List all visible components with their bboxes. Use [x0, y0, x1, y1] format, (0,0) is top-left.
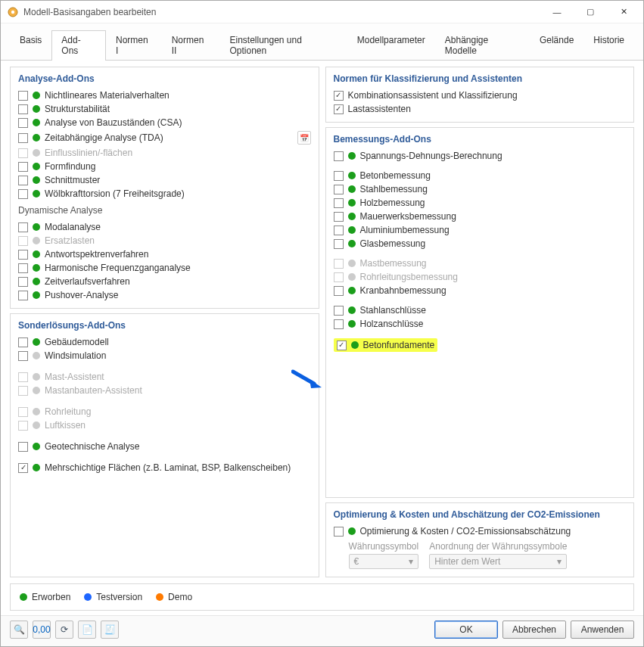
row-crane-design: Kranbahnbemessung	[334, 284, 627, 297]
checkbox[interactable]	[334, 527, 344, 537]
row-combination-assistant: Kombinationsassistent und Klassifizierun…	[334, 89, 627, 102]
chevron-down-icon: ▾	[409, 556, 413, 567]
checkbox	[18, 148, 28, 158]
row-multilayer-surfaces: Mehrschichtige Flächen (z.B. Laminat, BS…	[18, 461, 311, 474]
label: Mastbemessung	[360, 258, 427, 269]
label: Kombinationsassistent und Klassifizierun…	[348, 90, 518, 101]
close-button[interactable]: ✕	[607, 2, 640, 23]
row-air-cushion: Luftkissen	[18, 418, 311, 432]
label: Mast-Assistent	[45, 372, 104, 382]
units-icon[interactable]: 0,00	[33, 621, 51, 639]
checkbox[interactable]	[18, 118, 28, 128]
checkbox[interactable]	[334, 185, 344, 194]
checkbox	[18, 372, 28, 382]
minimize-button[interactable]: —	[540, 2, 574, 23]
report-icon[interactable]: 🧾	[101, 621, 119, 639]
checkbox[interactable]	[18, 337, 28, 347]
checkbox[interactable]	[18, 176, 28, 185]
tab-basis[interactable]: Basis	[10, 30, 51, 61]
tab-add-ons[interactable]: Add-Ons	[51, 30, 106, 61]
row-csa: Analyse von Bauzuständen (CSA)	[18, 116, 311, 129]
label: Formfindung	[45, 161, 95, 172]
checkbox[interactable]	[334, 104, 344, 114]
checkbox[interactable]	[334, 151, 344, 161]
checkbox[interactable]	[18, 189, 28, 199]
currency-order-label: Anordnung der Währungssymbole	[429, 541, 567, 552]
label: Antwortspektrenverfahren	[45, 249, 148, 260]
status-dot-icon	[33, 443, 40, 450]
label: Mastanbauten-Assistent	[45, 385, 142, 396]
checkbox[interactable]	[334, 319, 344, 329]
panel-analysis-addons: Analyse-Add-Ons Nichtlineares Materialve…	[10, 67, 319, 309]
checkbox	[18, 386, 28, 396]
status-dot-icon	[33, 237, 40, 244]
checkbox[interactable]	[334, 239, 344, 249]
checkbox[interactable]	[334, 212, 344, 222]
tab-history[interactable]: Historie	[583, 30, 634, 61]
checkbox	[18, 236, 28, 246]
checkbox[interactable]	[334, 226, 344, 235]
row-aluminum-design: Aluminiumbemessung	[334, 223, 627, 237]
checkbox[interactable]	[18, 104, 28, 114]
status-dot-icon	[33, 105, 40, 113]
checkbox[interactable]	[18, 91, 28, 101]
help-icon[interactable]: 🔍	[10, 621, 28, 639]
checkbox[interactable]	[18, 133, 28, 143]
tab-settings[interactable]: Einstellungen und Optionen	[219, 30, 347, 61]
legend: Erworben Testversion Demo	[10, 583, 634, 611]
label: Pushover-Analyse	[45, 290, 118, 300]
checkbox[interactable]	[18, 162, 28, 172]
maximize-button[interactable]: ▢	[574, 2, 607, 23]
tab-normen-1[interactable]: Normen I	[106, 30, 162, 61]
currency-order-select[interactable]: Hinter dem Wert ▾	[429, 554, 567, 569]
checkbox[interactable]	[18, 291, 28, 300]
checkbox[interactable]	[18, 250, 28, 260]
legend-dot-orange-icon	[156, 593, 163, 601]
row-form-finding: Formfindung	[18, 160, 311, 173]
checkbox[interactable]	[334, 306, 344, 316]
label: Windsimulation	[45, 350, 106, 361]
status-dot-icon	[33, 176, 40, 184]
row-opt-cost-co2: Optimierung & Kosten / CO2-Emissionsabsc…	[334, 524, 627, 538]
cancel-button[interactable]: Abbrechen	[502, 621, 566, 639]
select-value: Hinter dem Wert	[434, 556, 500, 567]
currency-symbol-select[interactable]: € ▾	[349, 554, 419, 569]
status-dot-icon	[33, 464, 40, 471]
status-dot-icon	[33, 291, 40, 299]
checkbox[interactable]	[18, 463, 28, 473]
checkbox[interactable]	[337, 341, 347, 350]
checkbox[interactable]	[334, 198, 344, 208]
checkbox[interactable]	[18, 442, 28, 452]
ok-button[interactable]: OK	[434, 621, 498, 639]
checkbox[interactable]	[18, 351, 28, 361]
checkbox[interactable]	[18, 277, 28, 287]
label: Spannungs-Dehnungs-Berechnung	[360, 151, 502, 161]
checkbox	[18, 407, 28, 417]
row-pushover: Pushover-Analyse	[18, 288, 311, 302]
label: Modalanalyse	[45, 222, 101, 232]
label: Stahlanschlüsse	[360, 305, 426, 316]
select-value: €	[354, 556, 359, 567]
checkbox[interactable]	[334, 286, 344, 296]
checkbox[interactable]	[18, 263, 28, 273]
export-icon[interactable]: 📄	[78, 621, 96, 639]
label: Holzanschlüsse	[360, 319, 424, 329]
row-nonlinear-material: Nichtlineares Materialverhalten	[18, 89, 311, 102]
tab-dependent-models[interactable]: Abhängige Modelle	[435, 30, 530, 61]
refresh-icon[interactable]: ⟳	[55, 621, 73, 639]
tab-terrain[interactable]: Gelände	[530, 30, 583, 61]
checkbox[interactable]	[18, 222, 28, 232]
status-dot-icon	[348, 213, 356, 220]
row-response-spectrum: Antwortspektrenverfahren	[18, 247, 311, 261]
checkbox[interactable]	[334, 91, 344, 101]
status-dot-icon	[348, 199, 356, 207]
row-mast-design: Mastbemessung	[334, 257, 627, 270]
tab-modelparams[interactable]: Modellparameter	[347, 30, 435, 61]
tab-normen-2[interactable]: Normen II	[162, 30, 220, 61]
checkbox[interactable]	[334, 171, 344, 181]
label: Rohrleitungsbemessung	[360, 272, 458, 282]
label: Schnittmuster	[45, 175, 100, 185]
calendar-icon[interactable]: 📅	[297, 131, 311, 145]
label: Holzbemessung	[360, 198, 425, 208]
apply-button[interactable]: Anwenden	[571, 621, 634, 639]
